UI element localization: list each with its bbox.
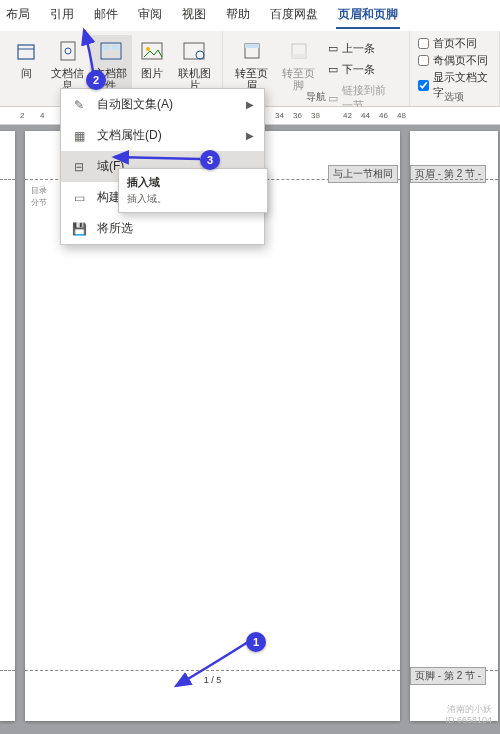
svg-rect-6 <box>112 45 119 50</box>
toc-text: 目录 <box>31 185 47 196</box>
prev-button[interactable]: ▭上一条 <box>322 39 403 58</box>
group-options: 首页不同 奇偶页不同 显示文档文字 选项 <box>410 31 500 106</box>
field-icon: ⊟ <box>71 159 87 175</box>
svg-rect-12 <box>245 44 259 48</box>
tab-view[interactable]: 视图 <box>180 2 208 29</box>
badge-3: 3 <box>200 150 220 170</box>
section-text: 分节 <box>31 197 47 208</box>
next-button[interactable]: ▭下一条 <box>322 60 403 79</box>
firstpage-checkbox[interactable]: 首页不同 <box>416 35 479 52</box>
footer-page-number[interactable]: 1 / 5 <box>204 675 222 685</box>
saveall-item[interactable]: 💾 将所选 <box>61 213 264 244</box>
page-prev <box>0 131 15 721</box>
docprop-icon: ▦ <box>71 128 87 144</box>
same-as-prev-tag: 与上一节相同 <box>328 165 398 183</box>
up-icon: ▭ <box>328 42 338 55</box>
parts-dropdown: ✎ 自动图文集(A) ▶ ▦ 文档属性(D) ▶ ⊟ 域(F)... ▭ 构建基… <box>60 88 265 245</box>
tab-references[interactable]: 引用 <box>48 2 76 29</box>
building-icon: ▭ <box>71 190 87 206</box>
autotext-item[interactable]: ✎ 自动图文集(A) ▶ <box>61 89 264 120</box>
tooltip: 插入域 插入域。 <box>118 168 268 213</box>
tab-help[interactable]: 帮助 <box>224 2 252 29</box>
options-label: 选项 <box>444 90 464 104</box>
svg-rect-14 <box>292 54 306 58</box>
tab-baidu[interactable]: 百度网盘 <box>268 2 320 29</box>
svg-rect-5 <box>103 45 110 50</box>
watermark: 洧南的小妖 ID:6658104 <box>445 704 492 726</box>
nav-label: 导航 <box>306 90 326 104</box>
chevron-right-icon: ▶ <box>246 130 254 141</box>
svg-point-3 <box>65 48 71 54</box>
tab-header-footer[interactable]: 页眉和页脚 <box>336 2 400 29</box>
span-button[interactable]: 间 <box>6 35 46 81</box>
header-icon <box>238 37 266 65</box>
footer-section-tag: 页脚 - 第 2 节 - <box>410 667 486 685</box>
svg-rect-2 <box>61 42 75 60</box>
footer-icon <box>285 37 313 65</box>
onlinepic-button[interactable]: 联机图片 <box>172 35 215 93</box>
tab-mail[interactable]: 邮件 <box>92 2 120 29</box>
page-next: 页眉 - 第 2 节 - 页脚 - 第 2 节 - <box>410 131 498 721</box>
down-icon: ▭ <box>328 63 338 76</box>
ribbon-tabs: 布局 引用 邮件 审阅 视图 帮助 百度网盘 页眉和页脚 <box>0 0 500 31</box>
oddeven-checkbox[interactable]: 奇偶页不同 <box>416 52 490 69</box>
tab-layout[interactable]: 布局 <box>4 2 32 29</box>
calendar-icon <box>12 37 40 65</box>
docprop-item[interactable]: ▦ 文档属性(D) ▶ <box>61 120 264 151</box>
parts-icon <box>97 37 125 65</box>
badge-1: 1 <box>246 632 266 652</box>
svg-point-10 <box>196 51 204 59</box>
picture-button[interactable]: 图片 <box>132 35 172 81</box>
nav-stack: ▭上一条 ▭下一条 ▭链接到前一节 <box>322 35 403 115</box>
picture-icon <box>138 37 166 65</box>
docinfo-button[interactable]: 文档信息 <box>46 35 89 93</box>
tooltip-body: 插入域。 <box>127 192 259 206</box>
link-icon: ▭ <box>328 92 338 105</box>
svg-rect-0 <box>18 45 34 59</box>
docinfo-icon <box>54 37 82 65</box>
onlinepic-icon <box>180 37 208 65</box>
header-section-tag: 页眉 - 第 2 节 - <box>410 165 486 183</box>
badge-2: 2 <box>86 70 106 90</box>
svg-point-8 <box>146 47 150 51</box>
tab-review[interactable]: 审阅 <box>136 2 164 29</box>
autotext-icon: ✎ <box>71 97 87 113</box>
chevron-right-icon: ▶ <box>246 99 254 110</box>
save-icon: 💾 <box>71 221 87 237</box>
tooltip-title: 插入域 <box>127 175 259 190</box>
